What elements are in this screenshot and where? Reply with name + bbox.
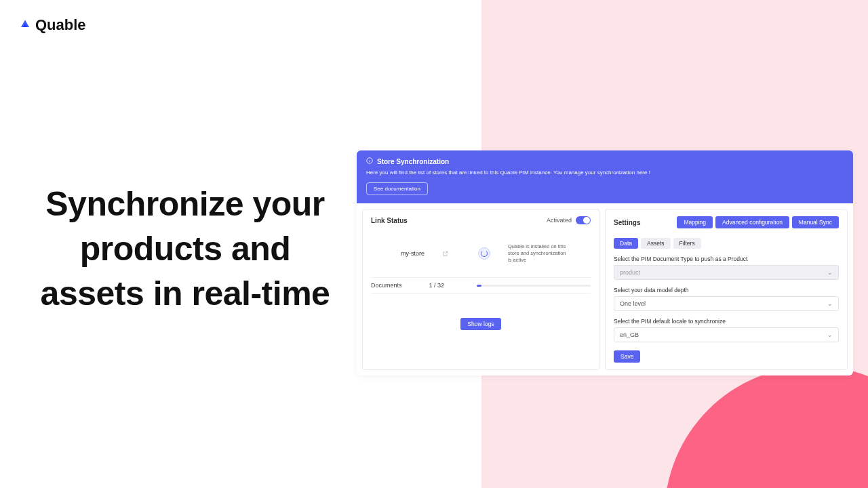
chevron-down-icon: ⌄	[827, 300, 833, 307]
activated-toggle[interactable]	[576, 216, 591, 224]
banner-description: Here you will find the list of stores th…	[366, 169, 844, 176]
depth-value: One level	[620, 300, 646, 307]
store-name: my-store	[401, 250, 425, 257]
brand-name: Quable	[35, 16, 86, 34]
link-status-panel: Link Status Activated my-store Quable is…	[362, 209, 599, 370]
tab-data[interactable]: Data	[614, 238, 638, 249]
sync-banner: Store Synchronization Here you will find…	[357, 150, 853, 203]
locale-label: Select the PIM default locale to synchro…	[614, 318, 839, 325]
brand-logo: Quable	[19, 16, 86, 34]
settings-title: Settings	[614, 219, 640, 226]
documents-progress	[477, 285, 591, 287]
doc-type-value: product	[620, 269, 640, 276]
sync-status-icon	[478, 247, 490, 260]
activated-label: Activated	[547, 217, 572, 224]
app-screenshot: Store Synchronization Here you will find…	[357, 150, 853, 375]
store-row: my-store Quable is installed on this sto…	[371, 238, 591, 277]
doc-type-label: Select the PIM Document Type to push as …	[614, 256, 839, 262]
settings-tabs: Data Assets Filters	[614, 238, 839, 249]
locale-value: en_GB	[620, 331, 639, 338]
depth-label: Select your data model depth	[614, 287, 839, 293]
link-status-title: Link Status	[371, 217, 408, 224]
chevron-down-icon: ⌄	[827, 269, 833, 276]
chevron-down-icon: ⌄	[827, 331, 833, 338]
doc-type-select[interactable]: product ⌄	[614, 265, 839, 280]
store-status-text: Quable is installed on this store and sy…	[508, 243, 569, 264]
marketing-headline: Synchronize your products and assets in …	[33, 182, 338, 316]
see-documentation-button[interactable]: See documentation	[366, 182, 428, 195]
banner-title: Store Synchronization	[377, 158, 449, 165]
info-icon	[366, 157, 373, 165]
documents-label: Documents	[371, 282, 402, 289]
advanced-config-button[interactable]: Advanced configuration	[715, 216, 789, 228]
depth-select[interactable]: One level ⌄	[614, 296, 839, 311]
documents-row: Documents 1 / 32	[371, 277, 591, 293]
documents-count: 1 / 32	[429, 282, 445, 289]
external-link-icon[interactable]	[442, 247, 448, 260]
tab-assets[interactable]: Assets	[641, 238, 671, 249]
manual-sync-button[interactable]: Manual Sync	[792, 216, 839, 228]
show-logs-button[interactable]: Show logs	[460, 318, 500, 330]
tab-filters[interactable]: Filters	[673, 238, 701, 249]
save-button[interactable]: Save	[614, 350, 640, 363]
quable-logo-icon	[19, 19, 31, 31]
mapping-button[interactable]: Mapping	[677, 216, 713, 228]
settings-panel: Settings Mapping Advanced configuration …	[605, 209, 848, 370]
locale-select[interactable]: en_GB ⌄	[614, 327, 839, 342]
